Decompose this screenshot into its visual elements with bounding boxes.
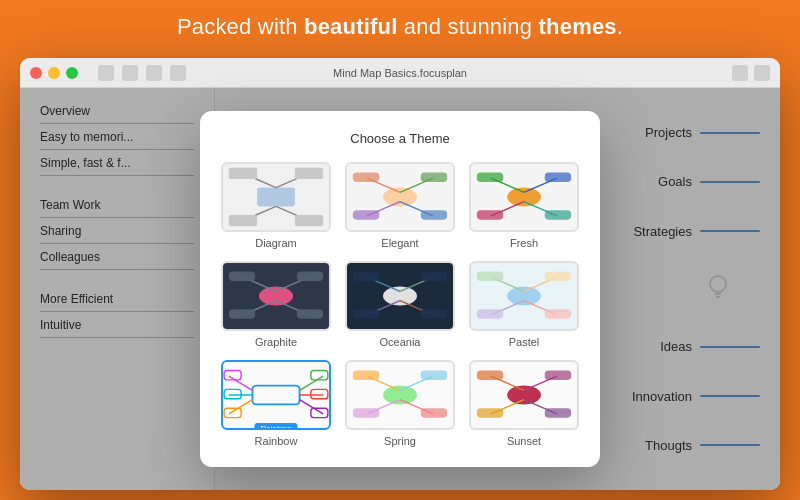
svg-rect-45 — [421, 271, 447, 280]
svg-rect-86 — [477, 408, 503, 417]
banner-text: Packed with beautiful and stunning theme… — [177, 14, 623, 39]
toolbar-right — [732, 65, 770, 81]
svg-rect-28 — [477, 210, 503, 219]
svg-rect-26 — [477, 172, 503, 181]
theme-item-fresh[interactable]: Fresh — [468, 162, 580, 249]
svg-rect-54 — [545, 271, 571, 280]
title-bar: Mind Map Basics.focusplan — [20, 58, 780, 88]
theme-preview-elegant — [345, 162, 455, 232]
theme-item-rainbow[interactable]: Rainbow Rainbow — [220, 360, 332, 447]
theme-svg-elegant — [347, 164, 453, 230]
theme-label-diagram: Diagram — [255, 237, 297, 249]
svg-rect-44 — [353, 271, 379, 280]
theme-label-rainbow: Rainbow — [255, 435, 298, 447]
theme-svg-sunset — [471, 362, 577, 428]
theme-label-graphite: Graphite — [255, 336, 297, 348]
minimize-button[interactable] — [48, 67, 60, 79]
theme-preview-spring — [345, 360, 455, 430]
svg-rect-17 — [353, 172, 379, 181]
svg-rect-87 — [545, 408, 571, 417]
theme-label-sunset: Sunset — [507, 435, 541, 447]
toolbar-icons — [98, 65, 186, 81]
svg-rect-3 — [257, 188, 295, 207]
traffic-lights — [30, 67, 78, 79]
svg-point-12 — [383, 188, 417, 207]
svg-rect-11 — [295, 215, 323, 226]
svg-rect-19 — [353, 210, 379, 219]
theme-preview-sunset — [469, 360, 579, 430]
banner-bold1: beautiful — [304, 14, 397, 39]
svg-rect-29 — [545, 210, 571, 219]
svg-rect-8 — [229, 168, 257, 179]
maximize-button[interactable] — [66, 67, 78, 79]
theme-svg-pastel — [471, 263, 577, 329]
svg-point-48 — [507, 287, 541, 306]
svg-rect-9 — [295, 168, 323, 179]
svg-rect-69 — [311, 408, 328, 417]
theme-item-graphite[interactable]: Graphite — [220, 261, 332, 348]
toolbar-icon-2[interactable] — [122, 65, 138, 81]
theme-label-elegant: Elegant — [381, 237, 418, 249]
rainbow-badge: Rainbow — [254, 423, 297, 430]
theme-label-pastel: Pastel — [509, 336, 540, 348]
toolbar-icon-4[interactable] — [170, 65, 186, 81]
toolbar-icon-zoom[interactable] — [732, 65, 748, 81]
theme-item-spring[interactable]: Spring — [344, 360, 456, 447]
theme-svg-diagram — [223, 164, 329, 230]
theme-preview-diagram — [221, 162, 331, 232]
svg-rect-38 — [297, 309, 323, 318]
theme-item-oceania[interactable]: Oceania — [344, 261, 456, 348]
banner: Packed with beautiful and stunning theme… — [0, 0, 800, 50]
svg-point-79 — [507, 386, 541, 405]
svg-point-21 — [507, 188, 541, 207]
svg-rect-10 — [229, 215, 257, 226]
theme-item-sunset[interactable]: Sunset — [468, 360, 580, 447]
svg-rect-47 — [421, 309, 447, 318]
svg-rect-65 — [224, 389, 241, 398]
svg-rect-66 — [224, 408, 241, 417]
svg-rect-55 — [477, 309, 503, 318]
svg-rect-75 — [353, 370, 379, 379]
theme-preview-pastel — [469, 261, 579, 331]
svg-rect-36 — [297, 271, 323, 280]
svg-rect-85 — [545, 370, 571, 379]
app-window: Mind Map Basics.focusplan Overview Easy … — [20, 58, 780, 490]
svg-point-70 — [383, 386, 417, 405]
main-area: Overview Easy to memori... Simple, fast … — [20, 88, 780, 490]
modal-title: Choose a Theme — [220, 131, 580, 146]
theme-label-fresh: Fresh — [510, 237, 538, 249]
svg-rect-18 — [421, 172, 447, 181]
theme-label-oceania: Oceania — [380, 336, 421, 348]
svg-rect-57 — [252, 386, 299, 405]
toolbar-icon-3[interactable] — [146, 65, 162, 81]
theme-svg-rainbow — [223, 362, 329, 428]
svg-rect-77 — [353, 408, 379, 417]
svg-rect-56 — [545, 309, 571, 318]
toolbar-icon-1[interactable] — [98, 65, 114, 81]
close-button[interactable] — [30, 67, 42, 79]
svg-rect-35 — [229, 271, 255, 280]
themes-grid: Diagram — [220, 162, 580, 447]
theme-preview-rainbow: Rainbow — [221, 360, 331, 430]
theme-item-elegant[interactable]: Elegant — [344, 162, 456, 249]
theme-modal: Choose a Theme — [200, 111, 600, 467]
banner-bold2: themes — [539, 14, 617, 39]
svg-rect-76 — [421, 370, 447, 379]
svg-point-30 — [259, 287, 293, 306]
theme-svg-spring — [347, 362, 453, 428]
theme-svg-oceania — [347, 263, 453, 329]
theme-preview-fresh — [469, 162, 579, 232]
theme-label-spring: Spring — [384, 435, 416, 447]
theme-preview-oceania — [345, 261, 455, 331]
modal-overlay: Choose a Theme — [20, 88, 780, 490]
svg-rect-53 — [477, 271, 503, 280]
svg-point-39 — [383, 287, 417, 306]
theme-preview-graphite — [221, 261, 331, 331]
svg-rect-20 — [421, 210, 447, 219]
svg-rect-37 — [229, 309, 255, 318]
theme-item-diagram[interactable]: Diagram — [220, 162, 332, 249]
theme-item-pastel[interactable]: Pastel — [468, 261, 580, 348]
svg-rect-84 — [477, 370, 503, 379]
window-title: Mind Map Basics.focusplan — [333, 67, 467, 79]
toolbar-icon-share[interactable] — [754, 65, 770, 81]
